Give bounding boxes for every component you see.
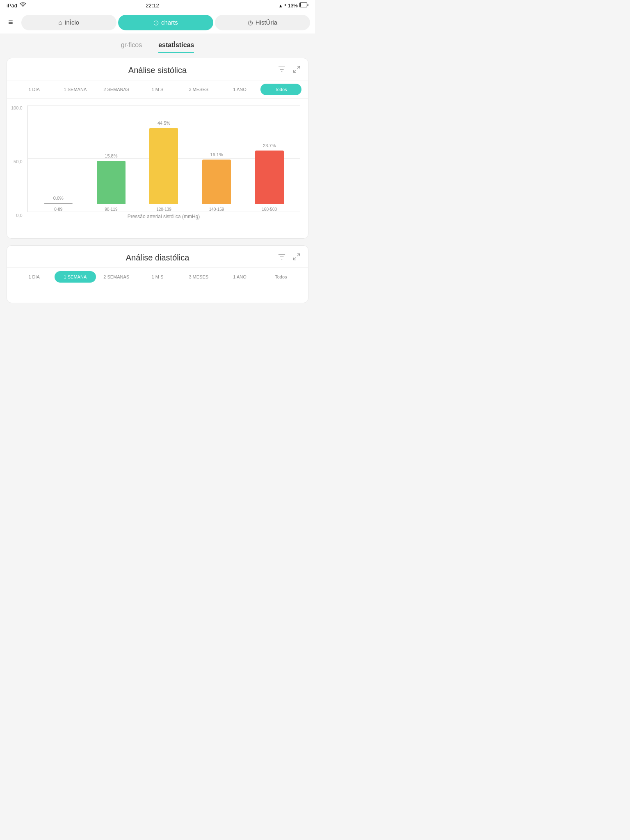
bar-group-140-159: 16.1% 140-159 <box>202 152 231 212</box>
main-content: Análise sistólica 1 DIA 1 SEMANA 2 SEMAN… <box>0 53 315 308</box>
time-btn-1semana-diastolica[interactable]: 1 SEMANA <box>55 271 96 283</box>
wifi-icon <box>20 2 26 9</box>
sub-tabs: gr·ficos estatÌsticas <box>0 34 315 53</box>
time-btn-1ms-sistolica[interactable]: 1 M S <box>137 84 178 95</box>
clock-icon-historia: ◷ <box>248 19 253 26</box>
time-filter-diastolica: 1 DIA 1 SEMANA 2 SEMANAS 1 M S 3 MESES 1… <box>7 267 308 286</box>
filter-button-diastolica[interactable] <box>277 252 287 264</box>
bluetooth-icon: * <box>285 3 286 8</box>
chart-header-sistolica: Análise sistólica <box>7 58 308 80</box>
bar-group-0-89: 0.0% 0-89 <box>44 196 73 212</box>
clock-icon-charts: ◷ <box>153 19 159 26</box>
home-icon: ⌂ <box>58 19 62 26</box>
chart-actions-diastolica <box>277 252 301 264</box>
expand-button-sistolica[interactable] <box>292 64 301 76</box>
time-btn-1ms-diastolica[interactable]: 1 M S <box>137 271 178 283</box>
time-btn-2semanas-sistolica[interactable]: 2 SEMANAS <box>96 84 137 95</box>
sub-tab-graficos[interactable]: gr·ficos <box>121 41 142 53</box>
nav-tab-inicio-label: InÌcio <box>64 19 79 26</box>
bar-label-160-500: 160-500 <box>262 207 277 212</box>
hamburger-icon: ≡ <box>8 18 13 27</box>
sub-tab-estatisticas-label: estatÌsticas <box>158 41 194 48</box>
nav-tab-historia-label: HistÛria <box>256 19 277 26</box>
device-label: iPad <box>7 2 17 9</box>
time-btn-1ano-diastolica[interactable]: 1 ANO <box>219 271 260 283</box>
chart-card-sistolica: Análise sistólica 1 DIA 1 SEMANA 2 SEMAN… <box>7 58 308 239</box>
status-left: iPad <box>7 2 26 9</box>
y-axis-sistolica: 100,0 50,0 0,0 <box>11 105 23 218</box>
bar-value-90-119: 15.8% <box>105 153 117 158</box>
nav-tab-charts-label: charts <box>161 19 178 26</box>
svg-rect-1 <box>300 3 301 7</box>
chart-header-diastolica: Análise diastólica <box>7 246 308 267</box>
bar-90-119 <box>97 161 126 204</box>
bar-label-0-89: 0-89 <box>54 207 62 212</box>
status-right: ▲ * 13% <box>278 2 308 9</box>
battery-icon <box>299 2 308 9</box>
bar-label-120-139: 120-139 <box>156 207 171 212</box>
bar-value-160-500: 23.7% <box>263 143 276 148</box>
time-btn-1dia-sistolica[interactable]: 1 DIA <box>14 84 55 95</box>
chart-title-sistolica: Análise sistólica <box>128 66 187 75</box>
bar-group-160-500: 23.7% 160-500 <box>255 143 284 212</box>
nav-tab-charts[interactable]: ◷ charts <box>118 15 213 30</box>
nav-bar: ≡ ⌂ InÌcio ◷ charts ◷ HistÛria <box>0 11 315 34</box>
bar-140-159 <box>202 160 231 204</box>
time-btn-2semanas-diastolica[interactable]: 2 SEMANAS <box>96 271 137 283</box>
time-btn-1semana-sistolica[interactable]: 1 SEMANA <box>55 84 96 95</box>
bar-group-120-139: 44.5% 120-139 <box>149 121 178 212</box>
bar-label-140-159: 140-159 <box>209 207 224 212</box>
bar-0-89 <box>44 203 73 204</box>
grid-line-100 <box>28 105 300 106</box>
bar-value-120-139: 44.5% <box>158 121 170 126</box>
nav-tab-historia[interactable]: ◷ HistÛria <box>215 15 310 30</box>
diastolica-chart-placeholder <box>7 286 308 303</box>
time-btn-1ano-sistolica[interactable]: 1 ANO <box>219 84 260 95</box>
sub-tab-estatisticas[interactable]: estatÌsticas <box>158 41 194 53</box>
filter-button-sistolica[interactable] <box>277 64 287 76</box>
time-btn-3meses-diastolica[interactable]: 3 MESES <box>178 271 219 283</box>
time-btn-1dia-diastolica[interactable]: 1 DIA <box>14 271 55 283</box>
x-axis-title-sistolica: Pressão arterial sistólica (mmHg) <box>27 214 300 223</box>
battery-percentage: 13% <box>288 3 298 9</box>
y-label-50: 50,0 <box>14 159 22 164</box>
sub-tab-graficos-label: gr·ficos <box>121 41 142 48</box>
time-btn-3meses-sistolica[interactable]: 3 MESES <box>178 84 219 95</box>
bar-120-139 <box>149 128 178 204</box>
menu-button[interactable]: ≡ <box>5 14 16 30</box>
time-btn-todos-sistolica[interactable]: Todos <box>260 84 301 95</box>
chart-title-diastolica: Análise diastólica <box>126 253 189 262</box>
time-filter-sistolica: 1 DIA 1 SEMANA 2 SEMANAS 1 M S 3 MESES 1… <box>7 80 308 99</box>
bar-chart-sistolica: 100,0 50,0 0,0 0.0% 0-89 15.8% 90 <box>7 99 308 238</box>
chart-area-sistolica: 0.0% 0-89 15.8% 90-119 44.5% 120-139 <box>27 105 300 212</box>
time-display: 22:12 <box>146 2 159 9</box>
bar-group-90-119: 15.8% 90-119 <box>97 153 126 212</box>
nav-tabs: ⌂ InÌcio ◷ charts ◷ HistÛria <box>21 15 310 30</box>
bar-label-90-119: 90-119 <box>105 207 117 212</box>
y-label-0: 0,0 <box>16 213 22 218</box>
y-label-100: 100,0 <box>11 105 23 110</box>
time-btn-todos-diastolica[interactable]: Todos <box>260 271 301 283</box>
chart-actions-sistolica <box>277 64 301 76</box>
bar-value-0-89: 0.0% <box>53 196 64 201</box>
chart-card-diastolica: Análise diastólica 1 DIA 1 SEMANA 2 SEMA… <box>7 245 308 303</box>
status-bar: iPad 22:12 ▲ * 13% <box>0 0 315 11</box>
bar-value-140-159: 16.1% <box>210 152 223 157</box>
bar-160-500 <box>255 151 284 204</box>
location-icon: ▲ <box>278 3 283 8</box>
expand-button-diastolica[interactable] <box>292 252 301 264</box>
nav-tab-inicio[interactable]: ⌂ InÌcio <box>21 15 116 30</box>
